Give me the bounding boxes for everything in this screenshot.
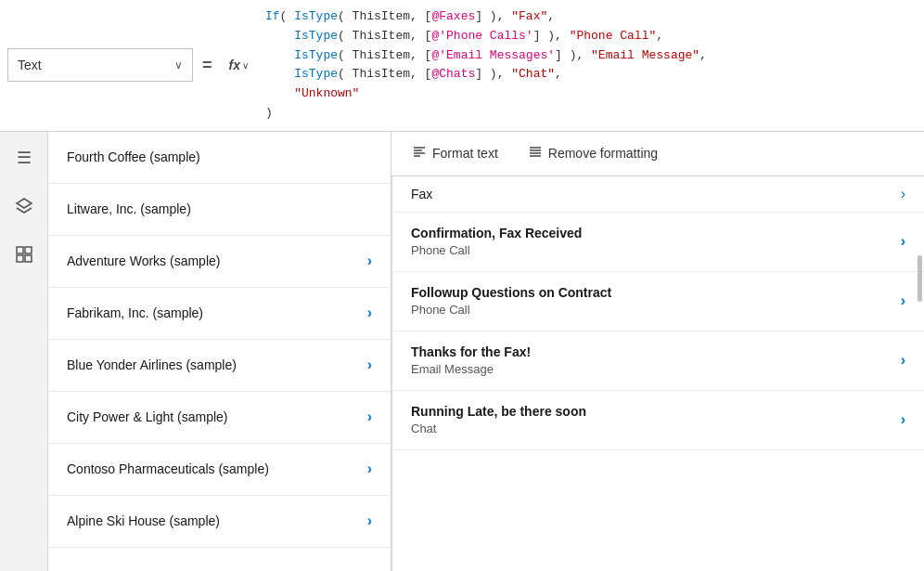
chevron-right-icon: › [367,253,372,269]
chevron-right-icon: › [367,461,372,477]
field-type-label: Text [18,58,42,72]
list-item[interactable]: Alpine Ski House (sample) › [48,496,391,548]
list-item-label: Blue Yonder Airlines (sample) [67,357,237,372]
activity-title: Thanks for the Fax! [411,344,531,359]
format-text-label: Format text [432,146,498,161]
fx-icon: fx [229,58,240,72]
chevron-right-icon: › [901,292,905,309]
list-item[interactable]: Fourth Coffee (sample) [48,132,391,184]
left-panel: Fourth Coffee (sample) Litware, Inc. (sa… [48,132,391,571]
activity-info: Followup Questions on Contract Phone Cal… [411,285,611,317]
list-item-label: Fourth Coffee (sample) [67,149,200,164]
format-text-icon [412,144,427,162]
chevron-right-icon: › [901,352,905,369]
format-text-button[interactable]: Format text [406,140,504,166]
activity-type: Chat [411,422,586,435]
dropdown-arrow-icon: ∨ [174,58,183,71]
right-panel-wrapper: Format text Remove formatting [391,132,924,571]
list-item-label: Alpine Ski House (sample) [67,513,220,528]
activity-title: Followup Questions on Contract [411,285,611,300]
list-item[interactable]: Adventure Works (sample) › [48,236,391,288]
list-item[interactable]: Blue Yonder Airlines (sample) › [48,340,391,392]
activity-type: Phone Call [411,303,611,317]
chevron-right-icon: › [367,409,372,425]
activity-item[interactable]: Confirmation, Fax Received Phone Call › [392,213,924,272]
fx-chevron-icon: ∨ [242,60,249,71]
activity-title: Confirmation, Fax Received [411,226,582,240]
remove-formatting-label: Remove formatting [548,146,658,161]
fx-button[interactable]: fx ∨ [222,54,256,76]
activity-type: Phone Call [411,243,582,257]
equals-sign: = [193,56,222,75]
scrollbar-thumb[interactable] [918,255,922,302]
panel-area: Fourth Coffee (sample) Litware, Inc. (sa… [48,132,924,571]
activity-item[interactable]: Thanks for the Fax! Email Message › [392,331,924,391]
activity-info: Confirmation, Fax Received Phone Call [411,226,582,257]
svg-rect-1 [25,247,32,253]
chevron-right-icon: › [367,513,372,529]
sidebar: ☰ [0,132,48,571]
list-item[interactable]: Contoso Pharmaceuticals (sample) › [48,444,391,496]
fax-label: Fax [411,187,432,201]
activity-title: Running Late, be there soon [411,404,586,419]
list-item-label: City Power & Light (sample) [67,409,228,424]
chevron-right-icon: › [901,411,905,428]
list-item-label: Contoso Pharmaceuticals (sample) [67,461,269,476]
list-item[interactable]: City Power & Light (sample) › [48,392,391,444]
activity-item[interactable]: Followup Questions on Contract Phone Cal… [392,272,924,331]
list-item-label: Adventure Works (sample) [67,253,220,268]
list-item[interactable]: Fabrikam, Inc. (sample) › [48,288,391,340]
chevron-right-icon: › [367,305,372,321]
formula-bar: Text ∨ = fx ∨ If( IsType( ThisItem, [@Fa… [0,0,924,132]
formula-if-keyword: If [265,9,280,23]
activity-type: Email Message [411,362,531,376]
list-item[interactable]: Litware, Inc. (sample) [48,184,391,236]
grid-icon[interactable] [7,238,41,271]
activity-panel: Fax › Confirmation, Fax Received Phone C… [391,176,924,571]
activity-item[interactable]: Running Late, be there soon Chat › [392,391,924,450]
chevron-right-icon: › [367,357,372,373]
layers-icon[interactable] [7,189,41,223]
activity-info: Running Late, be there soon Chat [411,404,586,435]
remove-formatting-icon [528,144,543,162]
list-item-label: Fabrikam, Inc. (sample) [67,305,203,320]
fax-row[interactable]: Fax › [392,176,924,213]
main-area: ☰ Fourth Coffee (sample) Litware, Inc. ( [0,132,924,571]
toolbar-bar: Format text Remove formatting [391,132,924,176]
svg-rect-3 [25,255,32,262]
activity-info: Thanks for the Fax! Email Message [411,344,531,376]
hamburger-menu-icon[interactable]: ☰ [7,141,41,175]
field-type-selector[interactable]: Text ∨ [7,48,193,82]
list-item-label: Litware, Inc. (sample) [67,201,191,216]
formula-code-area[interactable]: If( IsType( ThisItem, [@Faxes] ), "Fax",… [256,4,917,127]
chevron-right-icon: › [901,233,905,250]
remove-formatting-button[interactable]: Remove formatting [522,140,663,166]
chevron-right-icon: › [901,186,905,202]
svg-rect-0 [17,247,23,253]
svg-rect-2 [17,255,23,262]
